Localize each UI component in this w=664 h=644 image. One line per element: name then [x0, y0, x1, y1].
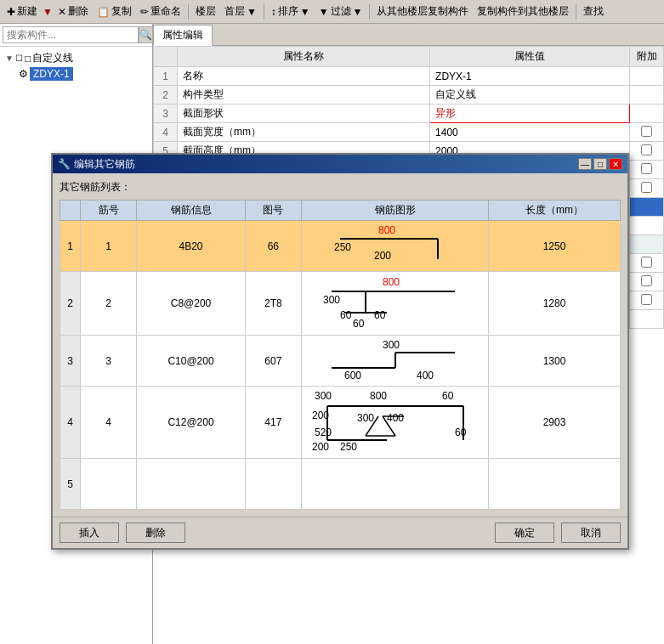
copy-to-floor-button[interactable]: 复制构件到其他楼层	[474, 3, 572, 20]
rebar-shape-no: 2T8	[245, 272, 301, 336]
row-attach	[630, 67, 664, 86]
rebar-bar-no: 2	[81, 272, 137, 336]
attach-checkbox[interactable]	[641, 144, 652, 155]
tree-child-1: ⚙ ZDYX-1	[17, 66, 149, 82]
row-num: 2	[154, 86, 178, 105]
attach-checkbox[interactable]	[641, 257, 652, 268]
new-button[interactable]: ✚ 新建	[3, 3, 41, 20]
svg-text:520: 520	[315, 427, 332, 438]
attach-checkbox[interactable]	[641, 126, 652, 137]
ok-button[interactable]: 确定	[495, 523, 554, 543]
rename-button[interactable]: ✏ 重命名	[137, 3, 184, 20]
insert-button[interactable]: 插入	[60, 523, 119, 543]
tree-label-zdyx1[interactable]: ZDYX-1	[30, 67, 73, 81]
rebar-bar-no: 3	[81, 336, 137, 387]
svg-text:800: 800	[378, 224, 395, 236]
svg-text:400: 400	[387, 412, 404, 424]
row-attach	[630, 310, 664, 329]
copy-button[interactable]: 📋 复制	[94, 3, 135, 20]
row-attach	[630, 217, 664, 235]
rebar-bar-no: 1	[81, 221, 137, 272]
tree-root[interactable]: ▼ ☐ □ 自定义线	[3, 50, 149, 66]
row-prop-name: 构件类型	[178, 86, 430, 105]
sort-button[interactable]: ↕ 排序 ▼	[268, 3, 314, 20]
delete-button[interactable]: ✕ 删除	[54, 3, 92, 20]
svg-text:400: 400	[417, 370, 434, 381]
copy-from-floor-button[interactable]: 从其他楼层复制构件	[373, 3, 472, 20]
row-attach[interactable]	[630, 273, 664, 291]
tab-property-edit[interactable]: 属性编辑	[153, 25, 213, 46]
row-attach[interactable]	[630, 123, 664, 142]
table-row: 4截面宽度（mm）1400	[154, 123, 664, 142]
row-attach[interactable]	[630, 142, 664, 161]
search-input[interactable]	[3, 26, 139, 43]
dialog-maximize-button[interactable]: □	[593, 158, 607, 170]
rebar-col-shapeno: 图号	[245, 201, 301, 221]
rebar-row-num: 4	[60, 387, 81, 459]
dialog-footer: 插入 删除 确定 取消	[53, 517, 627, 548]
first-floor-button[interactable]: 首层 ▼	[221, 3, 260, 20]
rebar-bar-no: 4	[81, 387, 137, 459]
rebar-info[interactable]: C10@200	[137, 336, 245, 387]
rebar-info[interactable]: 4B20	[137, 221, 245, 272]
attach-checkbox[interactable]	[641, 275, 652, 286]
rebar-shape: 800 300 60 60 60	[302, 272, 489, 336]
row-attach[interactable]	[630, 254, 664, 273]
find-button[interactable]: 查找	[580, 3, 607, 20]
shape-svg-3: 300 600 400	[319, 338, 472, 381]
sort-icon: ↕	[271, 6, 276, 18]
rename-icon: ✏	[140, 6, 149, 18]
rebar-info[interactable]: C12@200	[137, 387, 245, 459]
cancel-button[interactable]: 取消	[561, 523, 621, 543]
rebar-table-row[interactable]: 114B2066 800 250 200 1250	[60, 221, 621, 272]
col-attach-header: 附加	[630, 47, 664, 67]
svg-text:200: 200	[374, 250, 391, 262]
svg-text:800: 800	[370, 390, 387, 402]
rebar-info[interactable]: C8@200	[137, 272, 245, 336]
main-toolbar: ✚ 新建 ▼ ✕ 删除 📋 复制 ✏ 重命名 楼层 首层 ▼ ↕ 排序 ▼ ▼ …	[0, 0, 664, 24]
tree-node-zdyx1[interactable]: ⚙ ZDYX-1	[17, 66, 149, 82]
sep4	[369, 4, 370, 20]
filter-button[interactable]: ▼ 过滤 ▼	[315, 3, 366, 20]
row-num: 3	[154, 105, 178, 123]
dialog-title: 编辑其它钢筋	[74, 157, 135, 172]
rebar-table-row[interactable]: 22C8@2002T8 800 300 60 60 60 1280	[60, 272, 621, 336]
rebar-shape-no: 417	[245, 387, 301, 459]
rebar-col-num	[60, 201, 81, 221]
row-num: 1	[154, 67, 178, 86]
search-button[interactable]: 🔍	[139, 26, 153, 43]
svg-text:300: 300	[357, 412, 374, 424]
delete-button-dlg[interactable]: 删除	[126, 523, 185, 543]
dialog-close-button[interactable]: ✕	[609, 158, 622, 170]
shape-svg-2: 800 300 60 60 60	[319, 274, 472, 330]
sep5	[576, 4, 576, 20]
rebar-table-row[interactable]: 5	[60, 459, 621, 510]
svg-text:250: 250	[340, 441, 357, 453]
attach-checkbox[interactable]	[641, 182, 652, 193]
rebar-col-length: 长度（mm）	[489, 201, 621, 221]
row-attach	[630, 235, 664, 254]
svg-text:60: 60	[340, 309, 352, 321]
row-attach[interactable]	[630, 179, 664, 198]
delete-icon: ✕	[58, 6, 66, 18]
rebar-col-info: 钢筋信息	[137, 201, 245, 221]
rebar-table-row[interactable]: 44C12@200417 300 800 60 200 300 400 520 …	[60, 387, 621, 459]
dialog-footer-right: 确定 取消	[495, 523, 621, 543]
dialog-minimize-button[interactable]: —	[578, 158, 592, 170]
dialog-titlebar: 🔧 编辑其它钢筋 — □ ✕	[53, 155, 627, 173]
rebar-info[interactable]	[137, 459, 245, 510]
toolbar-sep-1: ▼	[43, 6, 53, 18]
tab-bar: 属性编辑	[153, 24, 664, 46]
dialog-controls: — □ ✕	[578, 158, 622, 170]
floor-button[interactable]: 楼层	[192, 3, 219, 20]
svg-text:60: 60	[442, 390, 454, 402]
attach-checkbox[interactable]	[641, 294, 652, 305]
row-attach[interactable]	[630, 291, 664, 310]
attach-checkbox[interactable]	[641, 163, 652, 174]
rebar-table: 筋号 钢筋信息 图号 钢筋图形 长度（mm） 114B2066 800 250 …	[60, 200, 621, 510]
rebar-table-row[interactable]: 33C10@200607 300 600 400 1300	[60, 336, 621, 387]
sep3	[264, 4, 264, 20]
row-prop-value: 1400	[430, 123, 630, 142]
row-attach[interactable]	[630, 161, 664, 179]
svg-text:200: 200	[312, 441, 329, 453]
